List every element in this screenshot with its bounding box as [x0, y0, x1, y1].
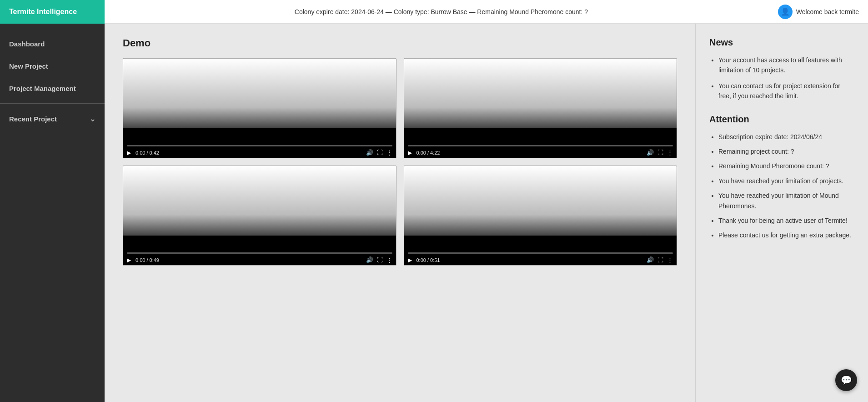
news-list: Your account has access to all features …	[709, 55, 854, 101]
chat-fab-button[interactable]: 💬	[835, 369, 857, 391]
demo-title: Demo	[123, 37, 677, 49]
video-player-2[interactable]: ▶ 0:00 / 4:22 🔊 ⛶ ⋮	[404, 58, 677, 158]
play-button-3[interactable]: ▶	[127, 257, 131, 263]
chat-icon: 💬	[841, 375, 852, 386]
time-display-3: 0:00 / 0:49	[135, 257, 159, 263]
video-controls-4: ▶ 0:00 / 0:51 🔊 ⛶ ⋮	[404, 250, 677, 265]
attention-title: Attention	[709, 114, 854, 125]
chevron-down-icon: ⌄	[90, 115, 95, 123]
attention-item-4: You have reached your limitation of Moun…	[718, 191, 854, 211]
avatar-icon: 👤	[778, 5, 793, 19]
time-display-4: 0:00 / 0:51	[416, 257, 440, 263]
attention-item-6: Please contact us for getting an extra p…	[718, 230, 854, 240]
video-screen-3	[123, 166, 396, 236]
video-grid: ▶ 0:00 / 0:42 🔊 ⛶ ⋮	[123, 58, 677, 266]
fullscreen-icon-2[interactable]: ⛶	[657, 149, 663, 156]
brand-name: Termite Intelligence	[9, 8, 77, 16]
video-buttons-row-3: ▶ 0:00 / 0:49 🔊 ⛶ ⋮	[127, 256, 392, 263]
video-player-3[interactable]: ▶ 0:00 / 0:49 🔊 ⛶ ⋮	[123, 166, 396, 266]
topbar-center-text: Colony expire date: 2024-06-24 — Colony …	[105, 8, 778, 15]
video-progress-2[interactable]	[408, 145, 673, 146]
attention-item-1: Remaining project count: ?	[718, 146, 854, 156]
attention-item-2: Remaining Mound Pheromone count: ?	[718, 161, 854, 171]
volume-icon-3[interactable]: 🔊	[366, 256, 373, 263]
time-display-2: 0:00 / 4:22	[416, 150, 440, 156]
main-layout: Dashboard New Project Project Management…	[0, 24, 868, 402]
video-buttons-row-1: ▶ 0:00 / 0:42 🔊 ⛶ ⋮	[127, 149, 392, 156]
video-player-1[interactable]: ▶ 0:00 / 0:42 🔊 ⛶ ⋮	[123, 58, 396, 158]
sidebar-item-project-management[interactable]: Project Management	[0, 77, 105, 100]
sidebar-item-new-project[interactable]: New Project	[0, 55, 105, 77]
volume-icon-1[interactable]: 🔊	[366, 149, 373, 156]
video-screen-4	[404, 166, 677, 236]
video-controls-1: ▶ 0:00 / 0:42 🔊 ⛶ ⋮	[123, 142, 396, 158]
attention-item-5: Thank you for being an active user of Te…	[718, 216, 854, 226]
play-button-4[interactable]: ▶	[408, 257, 412, 263]
welcome-text: Welcome back termite	[796, 8, 859, 15]
volume-icon-2[interactable]: 🔊	[647, 149, 654, 156]
avatar-symbol: 👤	[781, 7, 790, 16]
video-screen-2	[404, 59, 677, 128]
video-buttons-row-4: ▶ 0:00 / 0:51 🔊 ⛶ ⋮	[408, 256, 673, 263]
sidebar-divider	[0, 103, 105, 104]
attention-item-3: You have reached your limitation of proj…	[718, 176, 854, 186]
news-title: News	[709, 37, 854, 48]
brand-logo: Termite Intelligence	[0, 0, 105, 24]
right-panel: News Your account has access to all feat…	[695, 24, 868, 402]
more-icon-1[interactable]: ⋮	[386, 149, 392, 156]
sidebar: Dashboard New Project Project Management…	[0, 24, 105, 402]
volume-icon-4[interactable]: 🔊	[647, 256, 654, 263]
time-display-1: 0:00 / 0:42	[135, 150, 159, 156]
fullscreen-icon-1[interactable]: ⛶	[377, 149, 383, 156]
attention-item-0: Subscription expire date: 2024/06/24	[718, 132, 854, 142]
play-button-2[interactable]: ▶	[408, 150, 412, 156]
topbar: Termite Intelligence Colony expire date:…	[0, 0, 868, 24]
news-item-0: Your account has access to all features …	[718, 55, 854, 75]
video-controls-2: ▶ 0:00 / 4:22 🔊 ⛶ ⋮	[404, 142, 677, 158]
video-buttons-row-2: ▶ 0:00 / 4:22 🔊 ⛶ ⋮	[408, 149, 673, 156]
content-area: Demo ▶ 0:00 / 0:42 🔊	[105, 24, 695, 402]
video-screen-1	[123, 59, 396, 128]
fullscreen-icon-3[interactable]: ⛶	[377, 256, 383, 263]
topbar-user: 👤 Welcome back termite	[778, 5, 859, 19]
more-icon-2[interactable]: ⋮	[667, 149, 673, 156]
sidebar-item-dashboard[interactable]: Dashboard	[0, 33, 105, 55]
video-progress-1[interactable]	[127, 145, 392, 146]
news-item-1: You can contact us for project extension…	[718, 81, 854, 101]
video-player-4[interactable]: ▶ 0:00 / 0:51 🔊 ⛶ ⋮	[404, 166, 677, 266]
attention-list: Subscription expire date: 2024/06/24 Rem…	[709, 132, 854, 241]
video-progress-3[interactable]	[127, 252, 392, 254]
fullscreen-icon-4[interactable]: ⛶	[657, 256, 663, 263]
more-icon-3[interactable]: ⋮	[386, 256, 392, 263]
play-button-1[interactable]: ▶	[127, 150, 131, 156]
more-icon-4[interactable]: ⋮	[667, 256, 673, 263]
video-controls-3: ▶ 0:00 / 0:49 🔊 ⛶ ⋮	[123, 250, 396, 265]
sidebar-item-recent-project[interactable]: Recent Project ⌄	[0, 107, 105, 131]
video-progress-4[interactable]	[408, 252, 673, 254]
